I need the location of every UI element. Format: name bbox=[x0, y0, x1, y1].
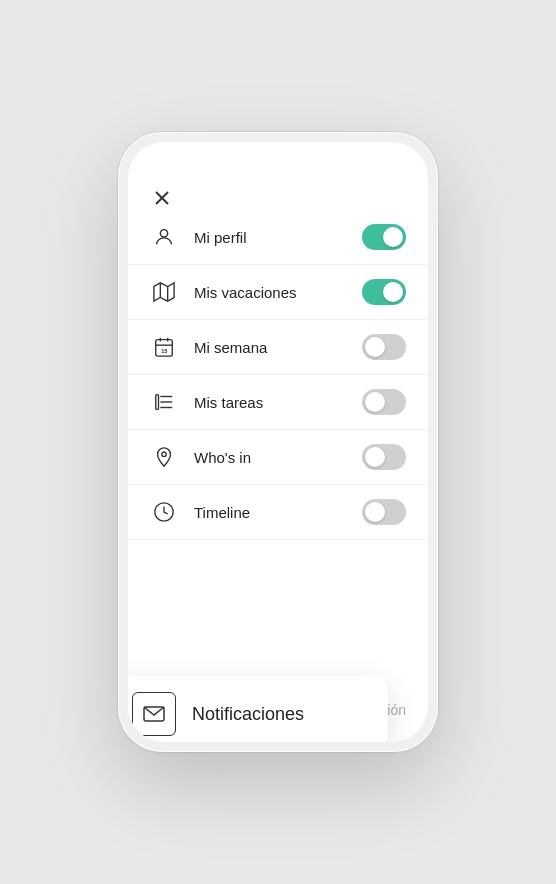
calendar-icon: 15 bbox=[150, 333, 178, 361]
toggle-mi-semana[interactable] bbox=[362, 334, 406, 360]
svg-rect-14 bbox=[156, 395, 159, 410]
menu-item-timeline[interactable]: Timeline bbox=[128, 485, 428, 540]
app-screen: Mi perfilMis vacaciones15Mi semanaMis ta… bbox=[128, 142, 428, 742]
menu-item-whos-in[interactable]: Who's in bbox=[128, 430, 428, 485]
menu-item-mi-perfil[interactable]: Mi perfil bbox=[128, 210, 428, 265]
svg-marker-3 bbox=[154, 283, 174, 301]
clock-icon bbox=[150, 498, 178, 526]
svg-text:15: 15 bbox=[161, 348, 167, 354]
menu-item-label-mis-tareas: Mis tareas bbox=[194, 394, 362, 411]
map-icon bbox=[150, 278, 178, 306]
notification-popup: Notificaciones bbox=[128, 676, 388, 742]
svg-point-2 bbox=[160, 230, 167, 237]
menu-item-label-mi-semana: Mi semana bbox=[194, 339, 362, 356]
menu-item-label-whos-in: Who's in bbox=[194, 449, 362, 466]
toggle-mis-tareas[interactable] bbox=[362, 389, 406, 415]
svg-point-15 bbox=[162, 452, 167, 457]
phone-screen: Mi perfilMis vacaciones15Mi semanaMis ta… bbox=[128, 142, 428, 742]
location-icon bbox=[150, 443, 178, 471]
phone-frame: Mi perfilMis vacaciones15Mi semanaMis ta… bbox=[118, 132, 438, 752]
notification-icon-box bbox=[132, 692, 176, 736]
toggle-timeline[interactable] bbox=[362, 499, 406, 525]
user-icon bbox=[150, 223, 178, 251]
toggle-mis-vacaciones[interactable] bbox=[362, 279, 406, 305]
notification-label: Notificaciones bbox=[192, 704, 304, 725]
menu-item-label-timeline: Timeline bbox=[194, 504, 362, 521]
menu-item-label-mi-perfil: Mi perfil bbox=[194, 229, 362, 246]
menu-list: Mi perfilMis vacaciones15Mi semanaMis ta… bbox=[128, 210, 428, 690]
menu-item-label-mis-vacaciones: Mis vacaciones bbox=[194, 284, 362, 301]
mail-icon bbox=[142, 702, 166, 726]
menu-item-mis-vacaciones[interactable]: Mis vacaciones bbox=[128, 265, 428, 320]
toggle-whos-in[interactable] bbox=[362, 444, 406, 470]
menu-item-mi-semana[interactable]: 15Mi semana bbox=[128, 320, 428, 375]
close-button[interactable] bbox=[150, 186, 174, 210]
close-icon bbox=[154, 190, 170, 206]
menu-item-mis-tareas[interactable]: Mis tareas bbox=[128, 375, 428, 430]
list-icon bbox=[150, 388, 178, 416]
toggle-mi-perfil[interactable] bbox=[362, 224, 406, 250]
